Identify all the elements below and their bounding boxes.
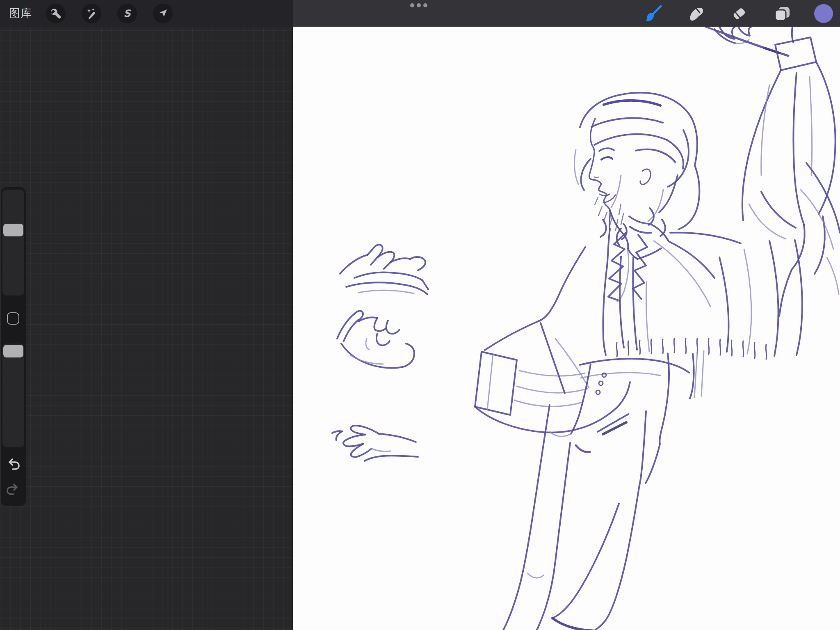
- figure-face: [589, 119, 661, 259]
- brush-size-slider[interactable]: [2, 190, 24, 296]
- transform-arrow-icon: [157, 8, 169, 19]
- hand-study-top: [340, 245, 428, 294]
- smudge-button[interactable]: [687, 5, 705, 23]
- redo-icon: [5, 482, 20, 497]
- figure-trousers: [503, 353, 689, 630]
- toolbar-left-segment: [0, 0, 293, 27]
- gallery-button[interactable]: 图库: [9, 0, 32, 27]
- opacity-handle[interactable]: [3, 345, 23, 357]
- top-toolbar: 图库 S: [0, 0, 840, 27]
- color-swatch[interactable]: [814, 4, 833, 23]
- eraser-icon: [730, 5, 748, 23]
- wrench-icon: [50, 8, 62, 19]
- undo-icon: [6, 457, 21, 472]
- brush-size-handle[interactable]: [3, 224, 23, 236]
- smudge-icon: [687, 5, 705, 23]
- modify-button[interactable]: [7, 312, 19, 325]
- drawing-canvas[interactable]: [293, 27, 840, 630]
- hand-study-bottom: [332, 426, 418, 461]
- opacity-slider[interactable]: [2, 344, 24, 447]
- layers-icon: [773, 5, 791, 23]
- magic-wand-icon: [86, 8, 97, 19]
- adjustments-button[interactable]: [82, 4, 101, 23]
- dot-icon: [410, 3, 414, 7]
- brush-icon: [644, 5, 662, 23]
- figure-raised-arm: [705, 27, 840, 316]
- svg-text:S: S: [123, 8, 131, 19]
- procreate-app: 图库 S: [0, 0, 840, 630]
- sketch-artwork: [293, 27, 840, 630]
- layers-button[interactable]: [773, 5, 791, 23]
- redo-button[interactable]: [5, 482, 20, 497]
- erase-button[interactable]: [730, 5, 748, 23]
- paint-button[interactable]: [644, 5, 662, 23]
- selection-button[interactable]: S: [117, 4, 137, 23]
- undo-button[interactable]: [6, 457, 21, 472]
- hand-study-middle: [337, 311, 414, 368]
- transform-button[interactable]: [153, 4, 173, 23]
- dot-icon: [417, 3, 421, 7]
- brush-sidebar: [1, 187, 26, 506]
- multitask-handle[interactable]: [410, 3, 427, 7]
- actions-button[interactable]: [46, 4, 66, 23]
- toolbar-right-segment: [293, 0, 840, 27]
- dot-icon: [423, 3, 427, 7]
- selection-s-icon: S: [121, 8, 133, 19]
- figure-hair: [575, 93, 700, 239]
